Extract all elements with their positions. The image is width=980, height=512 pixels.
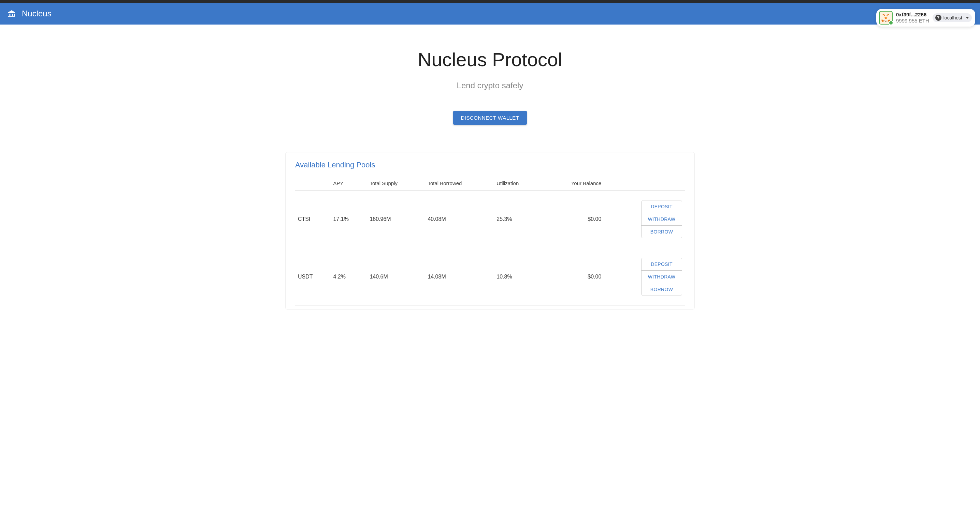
cell-actions: DEPOSITWITHDRAWBORROW (604, 248, 685, 306)
disconnect-wallet-button[interactable]: DISCONNECT WALLET (453, 111, 527, 125)
svg-marker-7 (884, 17, 888, 19)
cell-balance: $0.00 (542, 248, 604, 306)
deposit-button[interactable]: DEPOSIT (641, 258, 682, 271)
svg-marker-6 (885, 21, 886, 21)
wallet-connected-check-icon (889, 21, 893, 25)
deposit-button[interactable]: DEPOSIT (641, 200, 682, 213)
bank-icon (8, 10, 16, 18)
svg-marker-0 (886, 14, 890, 16)
svg-marker-3 (881, 20, 884, 22)
pools-table: APY Total Supply Total Borrowed Utilizat… (295, 176, 685, 306)
hero-section: Nucleus Protocol Lend crypto safely DISC… (0, 25, 980, 138)
cell-symbol: USDT (295, 248, 331, 306)
page-subtitle: Lend crypto safely (0, 81, 980, 90)
col-supply: Total Supply (367, 176, 425, 190)
borrow-button[interactable]: BORROW (641, 226, 682, 238)
cell-actions: DEPOSITWITHDRAWBORROW (604, 190, 685, 248)
page-title: Nucleus Protocol (0, 48, 980, 71)
col-borrowed: Total Borrowed (425, 176, 494, 190)
action-button-group: DEPOSITWITHDRAWBORROW (641, 200, 682, 238)
col-balance: Your Balance (542, 176, 604, 190)
wallet-info: 0xf39f...2266 9999.955 ETH (896, 11, 929, 24)
action-button-group: DEPOSITWITHDRAWBORROW (641, 258, 682, 296)
col-apy: APY (331, 176, 367, 190)
wallet-address: 0xf39f...2266 (896, 11, 929, 18)
app-name: Nucleus (22, 9, 51, 18)
cell-supply: 160.96M (367, 190, 425, 248)
header-brand[interactable]: Nucleus (8, 9, 51, 18)
wallet-avatar (879, 11, 892, 25)
col-utilization: Utilization (494, 176, 542, 190)
table-row: CTSI17.1%160.96M40.08M25.3%$0.00DEPOSITW… (295, 190, 685, 248)
wallet-balance: 9999.955 ETH (896, 18, 929, 24)
card-title: Available Lending Pools (295, 160, 685, 170)
cell-supply: 140.6M (367, 248, 425, 306)
cell-symbol: CTSI (295, 190, 331, 248)
cell-borrowed: 40.08M (425, 190, 494, 248)
cell-apy: 17.1% (331, 190, 367, 248)
chevron-down-icon (966, 17, 969, 19)
app-header: Nucleus 0xf39f...2266 9999.955 ETH ? loc… (0, 3, 980, 25)
withdraw-button[interactable]: WITHDRAW (641, 271, 682, 283)
cell-borrowed: 14.08M (425, 248, 494, 306)
col-actions (604, 176, 685, 190)
borrow-button[interactable]: BORROW (641, 283, 682, 296)
window-chrome-bar (0, 0, 980, 3)
network-selector[interactable]: ? localhost (932, 13, 972, 22)
svg-marker-1 (882, 14, 886, 16)
cell-balance: $0.00 (542, 190, 604, 248)
network-name: localhost (943, 15, 962, 21)
table-row: USDT4.2%140.6M14.08M10.8%$0.00DEPOSITWIT… (295, 248, 685, 306)
svg-marker-5 (886, 20, 888, 21)
wallet-widget[interactable]: 0xf39f...2266 9999.955 ETH ? localhost (876, 9, 975, 27)
lending-pools-card: Available Lending Pools APY Total Supply… (285, 152, 695, 309)
cell-utilization: 25.3% (494, 190, 542, 248)
cell-utilization: 10.8% (494, 248, 542, 306)
svg-marker-4 (884, 20, 885, 21)
cell-apy: 4.2% (331, 248, 367, 306)
col-symbol (295, 176, 331, 190)
network-unknown-icon: ? (935, 15, 942, 21)
withdraw-button[interactable]: WITHDRAW (641, 213, 682, 226)
